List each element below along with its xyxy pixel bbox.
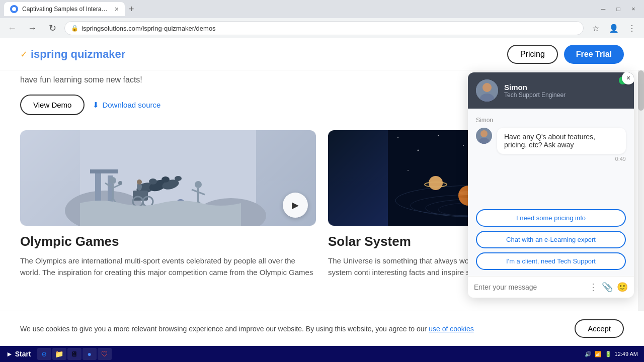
chat-agent-avatar — [476, 79, 498, 102]
close-window-button[interactable]: × — [627, 5, 640, 14]
svg-point-24 — [118, 181, 122, 185]
quick-reply-support[interactable]: I'm a client, need Tech Support — [476, 252, 626, 270]
start-button[interactable]: ► Start — [2, 349, 35, 359]
chat-agent-name: Simon — [504, 83, 626, 92]
browser-tabs: Captivating Samples of Interactive ... ×… — [4, 2, 593, 17]
chat-quick-replies: I need some pricing info Chat with an e-… — [468, 209, 634, 276]
chat-agent-role: Tech Support Engineer — [504, 92, 626, 99]
quick-reply-elearning[interactable]: Chat with an e-Learning expert — [476, 231, 626, 248]
view-demo-button-1[interactable]: View Demo — [20, 95, 85, 115]
tab-close-button[interactable]: × — [115, 5, 119, 13]
card-olympic: ▶ Olympic Games The Olympics are interna… — [20, 130, 316, 278]
chat-message-avatar — [476, 128, 492, 144]
taskbar-browser-icon[interactable]: ● — [83, 348, 97, 360]
svg-rect-6 — [90, 169, 118, 173]
chat-sender-label: Simon — [476, 117, 626, 124]
taskbar-ie-icon[interactable]: e — [37, 348, 51, 360]
back-button[interactable]: ← — [4, 20, 20, 36]
chat-emoji-icon[interactable]: 🙂 — [617, 282, 628, 293]
browser-chrome: Captivating Samples of Interactive ... ×… — [0, 0, 644, 38]
chat-close-button[interactable]: × — [622, 72, 634, 84]
download-icon: ⬇ — [93, 101, 99, 110]
taskbar-battery-icon[interactable]: 🔋 — [605, 351, 612, 357]
svg-point-65 — [480, 130, 488, 137]
quick-reply-pricing[interactable]: I need some pricing info — [476, 209, 626, 227]
chat-widget: Simon Tech Support Engineer × Simon Have… — [468, 72, 634, 298]
chat-input-row: ⋮ 📎 🙂 — [468, 276, 634, 298]
toolbar-actions: ☆ 👤 ⋮ — [588, 20, 640, 36]
bookmark-button[interactable]: ☆ — [588, 20, 604, 36]
svg-point-36 — [438, 135, 439, 136]
play-button-1[interactable]: ▶ — [283, 193, 308, 218]
svg-rect-13 — [133, 191, 148, 201]
svg-point-25 — [195, 181, 202, 188]
svg-point-51 — [429, 176, 443, 190]
cookie-text-content: We use cookies to give you a more releva… — [20, 325, 429, 333]
cookie-text: We use cookies to give you a more releva… — [20, 325, 565, 333]
site-logo: ✓ ispring quizmaker — [20, 48, 125, 61]
chat-agent-info: Simon Tech Support Engineer — [504, 83, 626, 99]
browser-titlebar: Captivating Samples of Interactive ... ×… — [0, 0, 644, 18]
svg-point-18 — [109, 177, 116, 184]
window-controls: ─ □ × — [597, 5, 640, 14]
svg-point-11 — [162, 176, 170, 183]
svg-point-0 — [12, 7, 16, 11]
svg-point-35 — [418, 150, 419, 151]
cookie-policy-link[interactable]: use of cookies — [429, 325, 474, 333]
refresh-button[interactable]: ↻ — [44, 20, 60, 36]
menu-button[interactable]: ⋮ — [624, 20, 640, 36]
card-title-1: Olympic Games — [20, 234, 316, 249]
address-text: ispringsolutions.com/ispring-quizmaker/d… — [82, 25, 577, 32]
cookie-banner: We use cookies to give you a more releva… — [0, 311, 644, 346]
taskbar-computer-icon[interactable]: 🖥 — [67, 348, 82, 360]
chat-body: Simon Have any Q's about features, prici… — [468, 109, 634, 209]
logo-product: quizmaker — [70, 48, 125, 60]
minimize-button[interactable]: ─ — [597, 5, 610, 14]
download-label: Download source — [102, 101, 160, 109]
address-bar[interactable]: 🔒 ispringsolutions.com/ispring-quizmaker… — [64, 21, 584, 35]
accept-cookies-button[interactable]: Accept — [575, 319, 624, 338]
taskbar: ► Start e 📁 🖥 ● 🛡 🔊 📶 🔋 12:49 AM — [0, 346, 644, 362]
chat-message-time: 0:49 — [497, 156, 626, 162]
taskbar-shield-icon[interactable]: 🛡 — [98, 348, 112, 360]
profile-button[interactable]: 👤 — [606, 20, 622, 36]
taskbar-folder-icon[interactable]: 📁 — [52, 348, 66, 360]
scrollbar-track — [638, 70, 644, 346]
svg-point-17 — [137, 179, 142, 185]
maximize-button[interactable]: □ — [612, 5, 625, 14]
card-desc-1: The Olympics are international multi-spo… — [20, 255, 316, 278]
taskbar-clock: 12:49 AM — [615, 351, 638, 357]
browser-toolbar: ← → ↻ 🔒 ispringsolutions.com/ispring-qui… — [0, 18, 644, 38]
taskbar-network-icon[interactable]: 📶 — [595, 351, 602, 357]
pricing-button[interactable]: Pricing — [507, 45, 558, 64]
taskbar-items: e 📁 🖥 ● 🛡 — [37, 348, 112, 360]
start-label: Start — [15, 350, 31, 358]
svg-point-62 — [482, 83, 492, 92]
svg-point-37 — [463, 145, 464, 146]
start-icon: ► Start — [6, 350, 31, 358]
chat-header: Simon Tech Support Engineer × — [468, 72, 634, 109]
svg-point-42 — [408, 170, 409, 171]
site-header: ✓ ispring quizmaker Pricing Free Trial — [0, 38, 644, 70]
header-nav: Pricing Free Trial — [507, 45, 624, 64]
chat-input-actions: ⋮ 📎 🙂 — [589, 282, 628, 293]
forward-button[interactable]: → — [24, 20, 40, 36]
download-source-button[interactable]: ⬇ Download source — [93, 101, 160, 110]
tab-favicon — [10, 5, 18, 13]
taskbar-tray: 🔊 📶 🔋 12:49 AM — [585, 351, 642, 357]
new-tab-button[interactable]: + — [127, 2, 136, 17]
svg-point-12 — [175, 176, 182, 181]
scrollbar-thumb[interactable] — [638, 70, 644, 111]
chat-menu-icon[interactable]: ⋮ — [589, 282, 598, 293]
free-trial-button[interactable]: Free Trial — [564, 45, 624, 64]
chat-message-row: Have any Q's about features, pricing, et… — [476, 128, 626, 162]
chat-message-input[interactable] — [474, 283, 585, 291]
security-lock-icon: 🔒 — [71, 25, 78, 32]
svg-point-34 — [397, 137, 398, 138]
logo-icon: ✓ — [20, 49, 28, 60]
browser-tab-active[interactable]: Captivating Samples of Interactive ... × — [4, 2, 125, 16]
taskbar-volume-icon[interactable]: 🔊 — [585, 351, 592, 357]
page-content: ✓ ispring quizmaker Pricing Free Trial h… — [0, 38, 644, 362]
chat-bubble: Have any Q's about features, pricing, et… — [497, 128, 626, 154]
chat-attachment-icon[interactable]: 📎 — [602, 282, 613, 293]
